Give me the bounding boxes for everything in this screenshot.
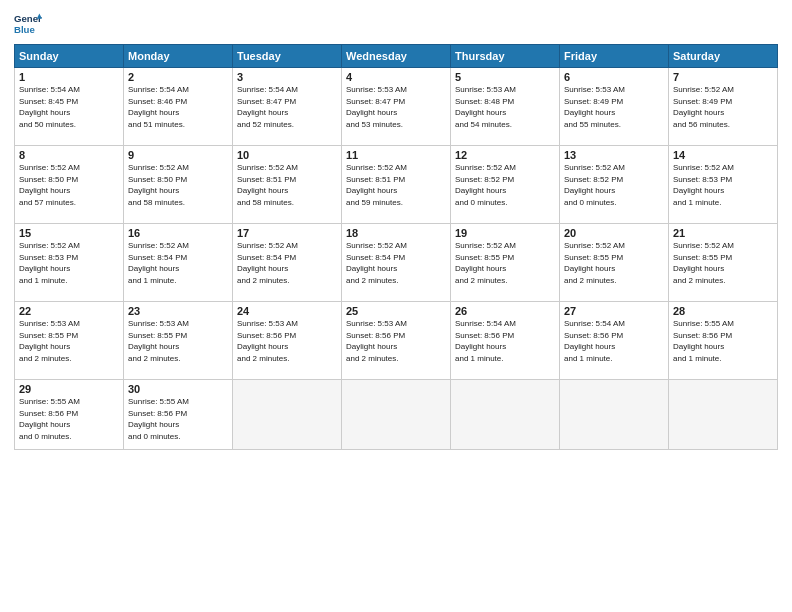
day-number: 23: [128, 305, 228, 317]
day-number: 12: [455, 149, 555, 161]
day-info: Sunrise: 5:52 AMSunset: 8:51 PMDaylight …: [346, 163, 407, 207]
day-number: 24: [237, 305, 337, 317]
day-info: Sunrise: 5:52 AMSunset: 8:50 PMDaylight …: [19, 163, 80, 207]
day-info: Sunrise: 5:53 AMSunset: 8:56 PMDaylight …: [346, 319, 407, 363]
calendar-cell: 10Sunrise: 5:52 AMSunset: 8:51 PMDayligh…: [233, 146, 342, 224]
calendar-cell: 28Sunrise: 5:55 AMSunset: 8:56 PMDayligh…: [669, 302, 778, 380]
day-info: Sunrise: 5:52 AMSunset: 8:53 PMDaylight …: [673, 163, 734, 207]
calendar-cell: 22Sunrise: 5:53 AMSunset: 8:55 PMDayligh…: [15, 302, 124, 380]
day-info: Sunrise: 5:53 AMSunset: 8:55 PMDaylight …: [128, 319, 189, 363]
logo: General Blue: [14, 10, 42, 38]
calendar-cell: 4Sunrise: 5:53 AMSunset: 8:47 PMDaylight…: [342, 68, 451, 146]
day-info: Sunrise: 5:52 AMSunset: 8:54 PMDaylight …: [346, 241, 407, 285]
calendar-cell: 12Sunrise: 5:52 AMSunset: 8:52 PMDayligh…: [451, 146, 560, 224]
day-info: Sunrise: 5:52 AMSunset: 8:51 PMDaylight …: [237, 163, 298, 207]
day-info: Sunrise: 5:55 AMSunset: 8:56 PMDaylight …: [19, 397, 80, 441]
day-number: 4: [346, 71, 446, 83]
day-number: 18: [346, 227, 446, 239]
day-info: Sunrise: 5:52 AMSunset: 8:54 PMDaylight …: [128, 241, 189, 285]
calendar-week-5: 29Sunrise: 5:55 AMSunset: 8:56 PMDayligh…: [15, 380, 778, 450]
day-info: Sunrise: 5:55 AMSunset: 8:56 PMDaylight …: [673, 319, 734, 363]
calendar-table: SundayMondayTuesdayWednesdayThursdayFrid…: [14, 44, 778, 450]
col-header-sunday: Sunday: [15, 45, 124, 68]
calendar-cell: 9Sunrise: 5:52 AMSunset: 8:50 PMDaylight…: [124, 146, 233, 224]
calendar-week-3: 15Sunrise: 5:52 AMSunset: 8:53 PMDayligh…: [15, 224, 778, 302]
svg-text:Blue: Blue: [14, 24, 35, 35]
calendar-cell: [233, 380, 342, 450]
col-header-friday: Friday: [560, 45, 669, 68]
calendar-cell: [669, 380, 778, 450]
calendar-cell: [342, 380, 451, 450]
calendar-cell: [451, 380, 560, 450]
day-number: 19: [455, 227, 555, 239]
calendar-cell: 24Sunrise: 5:53 AMSunset: 8:56 PMDayligh…: [233, 302, 342, 380]
calendar-week-4: 22Sunrise: 5:53 AMSunset: 8:55 PMDayligh…: [15, 302, 778, 380]
calendar-week-2: 8Sunrise: 5:52 AMSunset: 8:50 PMDaylight…: [15, 146, 778, 224]
day-info: Sunrise: 5:52 AMSunset: 8:55 PMDaylight …: [564, 241, 625, 285]
day-info: Sunrise: 5:54 AMSunset: 8:45 PMDaylight …: [19, 85, 80, 129]
calendar-cell: 2Sunrise: 5:54 AMSunset: 8:46 PMDaylight…: [124, 68, 233, 146]
calendar-cell: 29Sunrise: 5:55 AMSunset: 8:56 PMDayligh…: [15, 380, 124, 450]
calendar-cell: 19Sunrise: 5:52 AMSunset: 8:55 PMDayligh…: [451, 224, 560, 302]
calendar-cell: 23Sunrise: 5:53 AMSunset: 8:55 PMDayligh…: [124, 302, 233, 380]
day-info: Sunrise: 5:53 AMSunset: 8:56 PMDaylight …: [237, 319, 298, 363]
day-info: Sunrise: 5:52 AMSunset: 8:55 PMDaylight …: [673, 241, 734, 285]
day-number: 20: [564, 227, 664, 239]
day-info: Sunrise: 5:53 AMSunset: 8:55 PMDaylight …: [19, 319, 80, 363]
day-number: 9: [128, 149, 228, 161]
day-info: Sunrise: 5:54 AMSunset: 8:56 PMDaylight …: [564, 319, 625, 363]
calendar-cell: 27Sunrise: 5:54 AMSunset: 8:56 PMDayligh…: [560, 302, 669, 380]
calendar-cell: 20Sunrise: 5:52 AMSunset: 8:55 PMDayligh…: [560, 224, 669, 302]
day-number: 5: [455, 71, 555, 83]
day-info: Sunrise: 5:54 AMSunset: 8:56 PMDaylight …: [455, 319, 516, 363]
col-header-tuesday: Tuesday: [233, 45, 342, 68]
day-number: 15: [19, 227, 119, 239]
calendar-cell: [560, 380, 669, 450]
day-info: Sunrise: 5:53 AMSunset: 8:49 PMDaylight …: [564, 85, 625, 129]
calendar-cell: 15Sunrise: 5:52 AMSunset: 8:53 PMDayligh…: [15, 224, 124, 302]
day-info: Sunrise: 5:53 AMSunset: 8:48 PMDaylight …: [455, 85, 516, 129]
day-number: 1: [19, 71, 119, 83]
calendar-week-1: 1Sunrise: 5:54 AMSunset: 8:45 PMDaylight…: [15, 68, 778, 146]
calendar-body: 1Sunrise: 5:54 AMSunset: 8:45 PMDaylight…: [15, 68, 778, 450]
day-number: 30: [128, 383, 228, 395]
calendar-cell: 13Sunrise: 5:52 AMSunset: 8:52 PMDayligh…: [560, 146, 669, 224]
day-number: 6: [564, 71, 664, 83]
day-number: 26: [455, 305, 555, 317]
day-info: Sunrise: 5:52 AMSunset: 8:49 PMDaylight …: [673, 85, 734, 129]
logo-icon: General Blue: [14, 10, 42, 38]
day-number: 3: [237, 71, 337, 83]
day-info: Sunrise: 5:52 AMSunset: 8:53 PMDaylight …: [19, 241, 80, 285]
day-info: Sunrise: 5:55 AMSunset: 8:56 PMDaylight …: [128, 397, 189, 441]
calendar-cell: 6Sunrise: 5:53 AMSunset: 8:49 PMDaylight…: [560, 68, 669, 146]
calendar-cell: 17Sunrise: 5:52 AMSunset: 8:54 PMDayligh…: [233, 224, 342, 302]
day-info: Sunrise: 5:54 AMSunset: 8:46 PMDaylight …: [128, 85, 189, 129]
day-number: 22: [19, 305, 119, 317]
calendar-cell: 1Sunrise: 5:54 AMSunset: 8:45 PMDaylight…: [15, 68, 124, 146]
calendar-cell: 8Sunrise: 5:52 AMSunset: 8:50 PMDaylight…: [15, 146, 124, 224]
calendar-cell: 26Sunrise: 5:54 AMSunset: 8:56 PMDayligh…: [451, 302, 560, 380]
page-header: General Blue: [14, 10, 778, 38]
calendar-header-row: SundayMondayTuesdayWednesdayThursdayFrid…: [15, 45, 778, 68]
day-number: 8: [19, 149, 119, 161]
day-info: Sunrise: 5:52 AMSunset: 8:52 PMDaylight …: [564, 163, 625, 207]
day-number: 27: [564, 305, 664, 317]
calendar-cell: 5Sunrise: 5:53 AMSunset: 8:48 PMDaylight…: [451, 68, 560, 146]
day-number: 10: [237, 149, 337, 161]
calendar-cell: 16Sunrise: 5:52 AMSunset: 8:54 PMDayligh…: [124, 224, 233, 302]
col-header-saturday: Saturday: [669, 45, 778, 68]
day-info: Sunrise: 5:53 AMSunset: 8:47 PMDaylight …: [346, 85, 407, 129]
calendar-cell: 3Sunrise: 5:54 AMSunset: 8:47 PMDaylight…: [233, 68, 342, 146]
day-number: 7: [673, 71, 773, 83]
calendar-cell: 11Sunrise: 5:52 AMSunset: 8:51 PMDayligh…: [342, 146, 451, 224]
day-number: 25: [346, 305, 446, 317]
day-number: 11: [346, 149, 446, 161]
day-info: Sunrise: 5:52 AMSunset: 8:50 PMDaylight …: [128, 163, 189, 207]
col-header-wednesday: Wednesday: [342, 45, 451, 68]
calendar-cell: 14Sunrise: 5:52 AMSunset: 8:53 PMDayligh…: [669, 146, 778, 224]
day-number: 16: [128, 227, 228, 239]
calendar-cell: 21Sunrise: 5:52 AMSunset: 8:55 PMDayligh…: [669, 224, 778, 302]
calendar-cell: 30Sunrise: 5:55 AMSunset: 8:56 PMDayligh…: [124, 380, 233, 450]
day-number: 28: [673, 305, 773, 317]
calendar-cell: 7Sunrise: 5:52 AMSunset: 8:49 PMDaylight…: [669, 68, 778, 146]
